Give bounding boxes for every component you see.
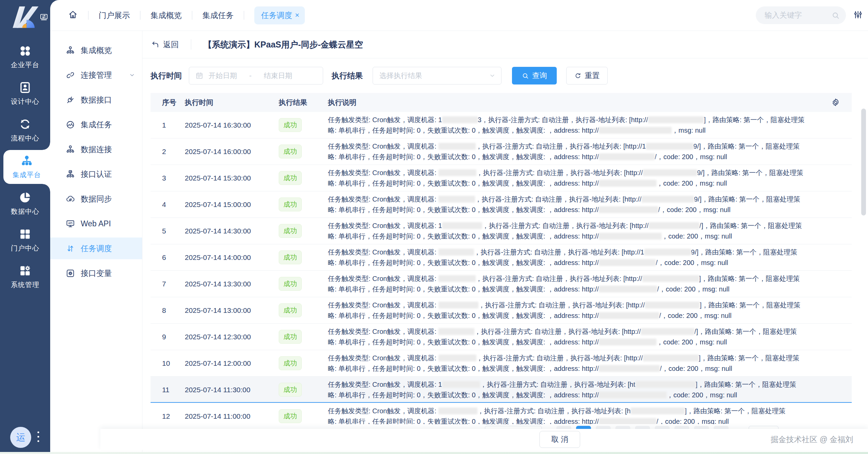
tab-集成概览[interactable]: 集成概览 [151, 10, 182, 21]
square-gear-icon [66, 269, 75, 278]
vertical-scrollbar[interactable] [861, 109, 866, 215]
home-button[interactable] [68, 10, 78, 21]
table-row[interactable]: 62025-07-14 14:00:00成功任务触发类型: Cron触发，调度机… [151, 244, 852, 271]
row-exec-time: 2025-07-14 15:00:00 [185, 201, 279, 209]
keyword-search-input[interactable]: 输入关键字 [756, 6, 846, 24]
sidebar-item-集成平台[interactable]: 集成平台 [3, 150, 50, 184]
app-logo[interactable] [0, 0, 50, 37]
sidebar-item-集成概览[interactable]: 集成概览 [50, 39, 142, 61]
redacted-text [599, 392, 667, 398]
tab-任务调度[interactable]: 任务调度× [254, 6, 305, 24]
sidebar-item-接口认证[interactable]: 接口认证 [50, 163, 142, 185]
header-divider [191, 39, 191, 50]
sidebar-item-集成任务[interactable]: 集成任务 [50, 114, 142, 135]
primary-nav: 企业平台设计中心流程中心集成平台数据中心门户中心系统管理 [0, 39, 50, 295]
table-row[interactable]: 102025-07-14 12:00:00成功任务触发类型: Cron触发，调度… [151, 350, 852, 377]
sidebar-item-企业平台[interactable]: 企业平台 [0, 39, 50, 75]
tab-门户展示[interactable]: 门户展示 [99, 10, 130, 21]
sidebar-item-数据连接[interactable]: 数据连接 [50, 138, 142, 160]
table-header: 序号 执行时间 执行结果 执行说明 [151, 93, 852, 112]
sidebar-item-数据中心[interactable]: 数据中心 [0, 185, 50, 222]
table-row[interactable]: 22025-07-14 16:00:00成功任务触发类型: Cron触发，调度机… [151, 138, 852, 165]
table-row[interactable]: 122025-07-14 11:00:00成功任务触发类型: Cron触发，调度… [151, 403, 852, 424]
date-range-picker[interactable]: 开始日期 - 结束日期 [189, 67, 323, 84]
search-placeholder: 输入关键字 [765, 10, 831, 20]
tab-separator [88, 11, 88, 20]
status-badge: 成功 [279, 145, 302, 158]
redacted-text [599, 153, 655, 160]
detail-line-1: 任务触发类型: Cron触发，调度机器: ，执行器-注册方式: 自动注册，执行器… [328, 326, 842, 337]
home-icon [68, 10, 78, 20]
result-select-placeholder: 选择执行结果 [379, 71, 489, 80]
detail-line-1: 任务触发类型: Cron触发，调度机器: ，执行器-注册方式: 自动注册，执行器… [328, 194, 842, 205]
sidebar-item-接口变量[interactable]: 接口变量 [50, 262, 142, 284]
sidebar-item-任务调度[interactable]: 任务调度 [50, 238, 142, 259]
row-exec-result: 成功 [279, 356, 328, 370]
row-exec-time: 2025-07-14 14:30:00 [185, 227, 279, 235]
table-row[interactable]: 112025-07-14 11:30:00成功任务触发类型: Cron触发，调度… [151, 377, 852, 403]
query-label: 查询 [532, 71, 547, 81]
row-exec-result: 成功 [279, 118, 328, 132]
detail-line-2: 略: 单机串行，任务超时时间: 0，失败重试次数: 0，触发调度，触发调度: ，… [328, 416, 842, 424]
sidebar-item-数据同步[interactable]: 数据同步 [50, 188, 142, 210]
cancel-button[interactable]: 取 消 [539, 431, 580, 448]
sidebar-item-label: 接口认证 [81, 169, 112, 179]
table-row[interactable]: 72025-07-14 13:30:00成功任务触发类型: Cron触发，调度机… [151, 271, 852, 297]
status-badge: 成功 [279, 383, 302, 397]
status-badge: 成功 [279, 409, 302, 423]
tab-label: 集成概览 [151, 11, 182, 20]
tab-集成任务[interactable]: 集成任务 [202, 10, 234, 21]
sidebar-item-设计中心[interactable]: 设计中心 [0, 75, 50, 112]
designer-badge-icon [19, 81, 32, 94]
detail-line-1: 任务触发类型: Cron触发，调度机器: 13，执行器-注册方式: 自动注册，执… [328, 115, 842, 125]
detail-line-2: 略: 单机串行，任务超时时间: 0，失败重试次数: 0，触发调度，触发调度: ，… [328, 231, 842, 242]
sidebar-item-Web API[interactable]: APIWeb API [50, 213, 142, 234]
reset-button[interactable]: 重置 [566, 67, 608, 84]
row-exec-detail: 任务触发类型: Cron触发，调度机器: ，执行器-注册方式: 自动注册，执行器… [328, 194, 842, 215]
close-tab-icon[interactable]: × [295, 12, 299, 19]
table-row[interactable]: 52025-07-14 14:30:00成功任务触发类型: Cron触发，调度机… [151, 218, 852, 244]
filter-settings-button[interactable] [853, 10, 863, 21]
back-button[interactable]: 返回 [151, 39, 179, 50]
sidebar-item-门户中心[interactable]: 门户中心 [0, 222, 50, 259]
redacted-text [438, 249, 474, 256]
redacted-text [649, 222, 699, 229]
chevron-down-icon [489, 72, 496, 79]
detail-line-2: 略: 单机串行，任务超时时间: 0，失败重试次数: 0，触发调度，触发调度: ，… [328, 205, 842, 215]
table-row[interactable]: 92025-07-14 12:30:00成功任务触发类型: Cron触发，调度机… [151, 324, 852, 350]
tab-separator [140, 11, 140, 20]
table-row[interactable]: 12025-07-14 16:30:00成功任务触发类型: Cron触发，调度机… [151, 112, 852, 138]
row-index: 2 [162, 148, 185, 156]
row-index: 3 [162, 174, 185, 182]
redacted-text [438, 408, 477, 414]
sidebar-item-label: 门户中心 [11, 244, 39, 253]
avatar[interactable]: 运 [10, 427, 31, 448]
back-label: 返回 [163, 39, 179, 50]
redacted-text [599, 418, 656, 424]
panel-toggle-icon[interactable] [39, 13, 48, 21]
status-badge: 成功 [279, 250, 302, 264]
column-settings-button[interactable] [831, 98, 840, 109]
row-exec-time: 2025-07-14 13:30:00 [185, 280, 279, 288]
table-row[interactable]: 42025-07-14 15:00:00成功任务触发类型: Cron触发，调度机… [151, 191, 852, 218]
row-exec-time: 2025-07-14 12:30:00 [185, 333, 279, 341]
result-select[interactable]: 选择执行结果 [373, 67, 501, 84]
webapi-icon: API [66, 219, 75, 228]
sidebar-item-连接管理[interactable]: 连接管理 [50, 64, 142, 86]
redacted-text [438, 275, 476, 282]
query-button[interactable]: 查询 [512, 67, 557, 84]
tab-bar: 门户展示集成概览集成任务任务调度× [78, 6, 305, 24]
sidebar-item-label: 设计中心 [11, 97, 39, 106]
table-row[interactable]: 82025-07-14 13:00:00成功任务触发类型: Cron触发，调度机… [151, 297, 852, 324]
chevron-down-icon[interactable] [129, 72, 135, 78]
refresh-icon [574, 72, 581, 79]
sidebar-item-数据接口[interactable]: 数据接口 [50, 89, 142, 111]
tab-label: 任务调度 [261, 10, 292, 21]
redacted-text [643, 169, 697, 176]
pie-chart-icon [19, 191, 32, 204]
sidebar-item-系统管理[interactable]: 系统管理 [0, 259, 50, 295]
row-exec-time: 2025-07-14 12:00:00 [185, 359, 279, 367]
table-row[interactable]: 32025-07-14 15:30:00成功任务触发类型: Cron触发，调度机… [151, 165, 852, 191]
more-menu[interactable] [37, 430, 40, 445]
detail-line-2: 略: 单机串行，任务超时时间: 0，失败重试次数: 0，触发调度，触发调度: ，… [328, 363, 842, 374]
